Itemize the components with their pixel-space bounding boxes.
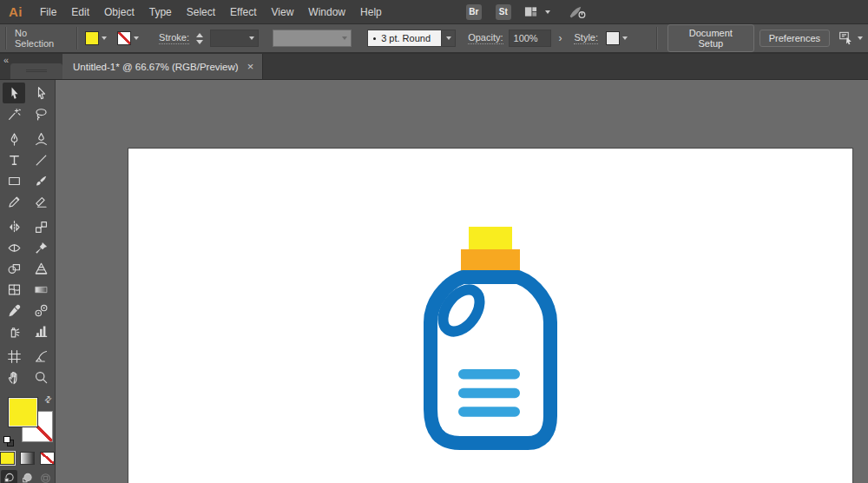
rotate-tool[interactable] [3,216,25,237]
shape-builder-tool[interactable] [3,258,25,279]
pencil-tool[interactable] [3,191,25,212]
opacity-value: 100% [514,33,538,43]
draw-normal-button[interactable] [1,470,17,483]
menu-help[interactable]: Help [353,2,389,23]
label-line [458,369,520,380]
column-graph-tool[interactable] [30,321,52,341]
paintbrush-tool[interactable] [30,170,52,191]
brush-definition-dropdown[interactable] [442,30,456,47]
zoom-tool[interactable] [30,367,52,387]
gradient-tool[interactable] [30,279,52,300]
opacity-label[interactable]: Opacity: [468,32,503,44]
stepper-up-icon[interactable] [196,33,203,37]
artboard-tool[interactable] [3,346,25,367]
chevron-down-icon[interactable] [102,36,107,40]
gradient-button[interactable] [20,452,35,465]
detergent-bottle-artwork[interactable] [399,222,599,465]
chevron-down-icon[interactable] [622,36,628,40]
fill-color-picker[interactable] [82,30,109,47]
stroke-weight-select[interactable] [210,30,259,47]
scale-tool[interactable] [30,216,52,237]
label-line [458,388,520,399]
type-tool[interactable] [3,149,25,170]
fill-swatch[interactable] [85,31,99,45]
color-button[interactable] [0,452,15,465]
chevron-down-icon[interactable] [545,10,550,14]
stroke-label[interactable]: Stroke: [159,32,189,44]
fill-indicator[interactable] [9,398,37,427]
menu-window[interactable]: Window [301,2,352,23]
brush-definition-select[interactable]: 3 pt. Round [367,30,442,47]
default-fill-stroke-icon[interactable] [3,436,14,447]
blend-tool[interactable] [30,300,52,321]
appearance-buttons [0,452,55,465]
opacity-submenu-arrow-icon[interactable]: › [556,32,563,44]
menubar-app-icons: Br St [466,3,587,20]
menu-file[interactable]: File [33,2,63,23]
draw-inside-button [37,470,54,483]
mesh-tool[interactable] [3,279,25,300]
none-slash-icon [41,453,54,464]
style-picker[interactable] [603,30,630,47]
collapse-panel-icon[interactable]: « [3,55,8,65]
gpu-performance-icon[interactable] [568,3,587,20]
none-slash-icon [118,32,130,44]
stock-icon[interactable]: St [496,4,511,20]
menu-object[interactable]: Object [97,2,141,23]
style-swatch[interactable] [606,31,620,45]
stroke-weight-stepper[interactable] [194,33,205,44]
bridge-icon[interactable]: Br [466,4,482,20]
stepper-down-icon[interactable] [196,40,203,44]
bottle-band [461,249,520,271]
direct-selection-tool[interactable] [30,83,52,103]
swap-fill-stroke-icon[interactable]: ⇄ [42,394,54,406]
tools-panel-header: « [0,54,56,79]
close-icon[interactable]: × [247,61,254,72]
menu-view[interactable]: View [265,2,301,23]
separator [5,27,6,50]
opacity-input[interactable]: 100% [509,30,552,47]
chevron-down-icon[interactable] [134,36,139,40]
document-setup-button[interactable]: Document Setup [667,24,754,52]
style-label[interactable]: Style: [574,32,598,44]
free-transform-tool[interactable] [30,237,52,258]
brush-definition-value: 3 pt. Round [381,33,431,43]
menu-effect[interactable]: Effect [223,2,263,23]
panel-grip[interactable] [10,63,62,79]
draw-behind-button[interactable] [19,470,36,483]
width-tool[interactable] [3,237,25,258]
variable-width-profile-select [273,30,352,47]
eraser-tool[interactable] [30,191,52,212]
stroke-none-swatch[interactable] [117,31,131,45]
eyedropper-tool[interactable] [3,300,25,321]
selection-tool[interactable] [3,83,25,103]
magic-wand-tool[interactable] [3,103,25,124]
menu-select[interactable]: Select [180,2,222,23]
label-line [458,407,520,417]
document-tab[interactable]: Untitled-1* @ 66.67% (RGB/Preview) × [62,54,263,79]
select-similar-icon[interactable] [838,30,854,47]
curvature-tool[interactable] [30,129,52,149]
tool-grid [0,83,55,387]
hand-tool[interactable] [3,367,25,387]
main-area: ⇄ [0,80,868,483]
slice-tool[interactable] [30,346,52,367]
chevron-down-icon[interactable] [858,36,863,40]
pen-tool[interactable] [3,129,25,149]
menu-edit[interactable]: Edit [64,2,96,23]
symbol-sprayer-tool[interactable] [3,321,25,341]
lasso-tool[interactable] [30,103,52,124]
rectangle-tool[interactable] [3,170,25,191]
canvas[interactable] [56,80,868,483]
document-tab-title: Untitled-1* @ 66.67% (RGB/Preview) [73,62,239,72]
perspective-grid-tool[interactable] [30,258,52,279]
brush-definition-group: 3 pt. Round [367,30,456,47]
menu-type[interactable]: Type [142,2,179,23]
preferences-button[interactable]: Preferences [760,30,830,47]
separator [76,27,77,50]
line-segment-tool[interactable] [30,149,52,170]
none-button[interactable] [40,452,55,465]
workspace-switcher-icon[interactable] [523,5,538,18]
chevron-down-icon [249,36,254,40]
stroke-color-picker[interactable] [115,30,141,47]
